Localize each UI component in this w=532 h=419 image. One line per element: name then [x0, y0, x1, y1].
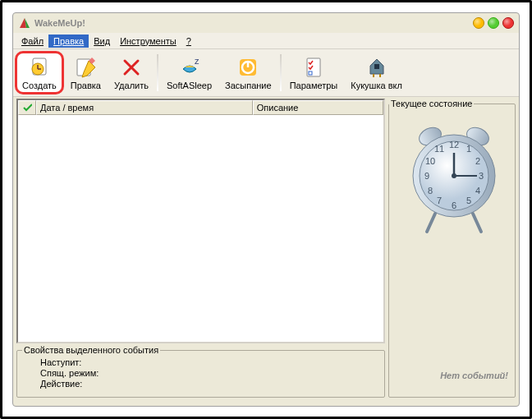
svg-text:8: 8 — [427, 186, 432, 196]
app-icon — [18, 16, 31, 30]
svg-text:1: 1 — [466, 144, 470, 154]
pencil-icon — [74, 56, 97, 79]
menubar: Файл Правка Вид Инструменты ? — [13, 33, 519, 49]
app-title: WakeMeUp! — [34, 18, 473, 28]
sleep-label: Засыпание — [225, 81, 272, 90]
svg-text:2: 2 — [475, 156, 479, 166]
svg-text:10: 10 — [424, 156, 434, 166]
sleep-button[interactable]: Засыпание — [218, 51, 278, 94]
params-button[interactable]: Параметры — [283, 51, 345, 94]
cuckoo-icon — [365, 56, 388, 79]
create-label: Создать — [22, 81, 57, 90]
svg-text:3: 3 — [478, 171, 483, 181]
softasleep-button[interactable]: z SoftASleep — [160, 51, 218, 94]
separator — [157, 54, 158, 91]
toolbar: Создать Правка Удалить z SoftASleep Засы — [13, 49, 519, 97]
menu-file[interactable]: Файл — [16, 35, 48, 48]
create-button[interactable]: Создать — [15, 51, 64, 94]
checkmark-icon — [22, 102, 32, 113]
svg-text:11: 11 — [433, 144, 443, 154]
menu-tools[interactable]: Инструменты — [115, 35, 181, 48]
events-list[interactable]: Дата / время Описание — [16, 99, 385, 343]
delete-button[interactable]: Удалить — [108, 51, 155, 94]
svg-text:4: 4 — [475, 186, 479, 196]
edit-button[interactable]: Правка — [64, 51, 108, 94]
col-check[interactable] — [18, 100, 36, 115]
current-state: Текущее состояние 123 69 — [388, 99, 516, 398]
menu-edit[interactable]: Правка — [48, 35, 89, 48]
edit-label: Правка — [71, 81, 101, 90]
svg-rect-8 — [374, 64, 379, 69]
cuckoo-label: Кукушка вкл — [351, 81, 402, 90]
checklist-icon — [302, 56, 325, 79]
prop-action: Действие: — [22, 378, 379, 389]
cuckoo-button[interactable]: Кукушка вкл — [344, 51, 409, 94]
power-icon — [236, 56, 259, 79]
menu-help[interactable]: ? — [181, 35, 196, 48]
state-title: Текущее состояние — [389, 99, 474, 108]
svg-text:9: 9 — [424, 171, 429, 181]
no-events-text: Нет событий! — [440, 371, 508, 380]
list-header: Дата / время Описание — [18, 100, 383, 115]
delete-label: Удалить — [114, 81, 149, 90]
prop-occur: Наступит: — [22, 357, 379, 367]
col-description[interactable]: Описание — [253, 100, 383, 115]
maximize-button[interactable] — [488, 17, 499, 29]
delete-x-icon — [120, 56, 143, 79]
separator — [280, 54, 282, 91]
svg-text:7: 7 — [436, 196, 441, 205]
menu-view[interactable]: Вид — [89, 35, 115, 48]
params-label: Параметры — [290, 81, 338, 90]
col-datetime[interactable]: Дата / время — [36, 100, 253, 115]
alarm-clock-icon: 123 69 12 45 78 1011 — [389, 108, 515, 240]
svg-point-25 — [452, 173, 456, 178]
softasleep-label: SoftASleep — [167, 81, 212, 90]
svg-text:z: z — [195, 56, 200, 66]
svg-text:12: 12 — [448, 140, 458, 150]
minimize-button[interactable] — [473, 17, 484, 29]
svg-text:6: 6 — [451, 200, 456, 210]
svg-text:5: 5 — [466, 196, 470, 205]
props-title: Свойства выделенного события — [22, 345, 160, 355]
prop-sleepmode: Спящ. режим: — [22, 367, 379, 378]
app-window: WakeMeUp! Файл Правка Вид Инструменты ? … — [12, 12, 520, 407]
event-properties: Свойства выделенного события Наступит: С… — [16, 345, 385, 398]
sleep-icon: z — [178, 56, 201, 79]
new-clock-icon — [28, 56, 51, 79]
titlebar: WakeMeUp! — [13, 13, 519, 33]
close-button[interactable] — [502, 17, 514, 29]
